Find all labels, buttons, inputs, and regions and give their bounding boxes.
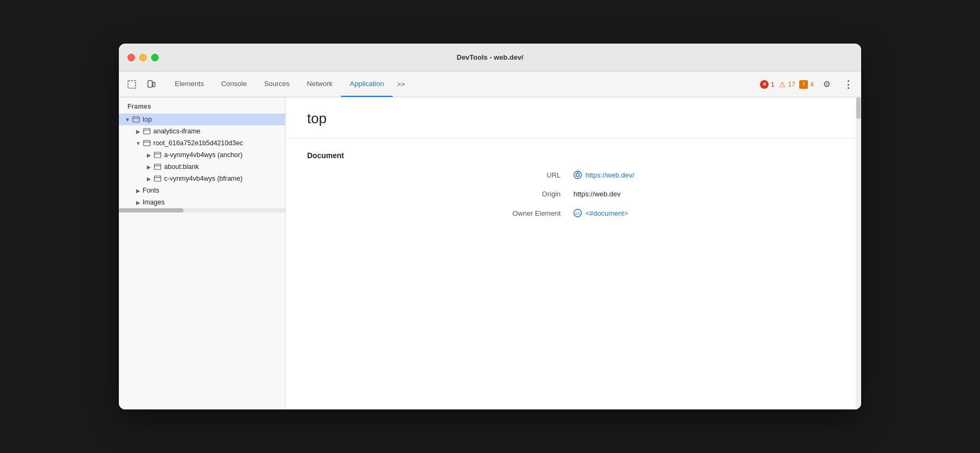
sidebar-item-blank[interactable]: ▶ about:blank bbox=[119, 161, 285, 173]
svg-rect-9 bbox=[154, 152, 161, 158]
device-toolbar-button[interactable] bbox=[143, 76, 160, 93]
frame-icon bbox=[153, 175, 162, 182]
sidebar-item-fonts-label: Fonts bbox=[143, 187, 285, 194]
cursor-icon bbox=[127, 80, 137, 89]
svg-text:<>: <> bbox=[575, 211, 580, 216]
code-circle-icon: <> bbox=[573, 209, 582, 217]
error-count: 1 bbox=[771, 81, 775, 88]
titlebar: DevTools - web.dev/ bbox=[119, 44, 861, 72]
url-link[interactable]: https://web.dev/ bbox=[585, 171, 634, 179]
sidebar-item-anchor-label: a-vynmy4vb4wys (anchor) bbox=[164, 151, 285, 159]
frame-icon bbox=[143, 128, 151, 135]
collapse-icon: ▼ bbox=[123, 115, 132, 124]
expand-icon: ▶ bbox=[145, 174, 153, 183]
sidebar-section-frames: Frames bbox=[119, 97, 285, 114]
svg-rect-2 bbox=[153, 82, 155, 87]
toolbar: Elements Console Sources Network Applica… bbox=[119, 72, 861, 97]
expand-icon: ▶ bbox=[145, 162, 153, 171]
content-scrollbar-thumb[interactable] bbox=[856, 97, 861, 119]
maximize-button[interactable] bbox=[151, 54, 159, 61]
info-count: 4 bbox=[810, 81, 814, 88]
url-circle-icon bbox=[573, 171, 582, 179]
sidebar-item-bframe[interactable]: ▶ c-vynmy4vb4wys (bframe) bbox=[119, 173, 285, 185]
frame-icon bbox=[153, 163, 162, 171]
origin-label: Origin bbox=[307, 190, 565, 198]
expand-icon: ▶ bbox=[134, 198, 143, 207]
error-icon: ✕ bbox=[760, 80, 769, 89]
info-icon: ! bbox=[799, 80, 808, 89]
minimize-button[interactable] bbox=[139, 54, 147, 61]
toolbar-right: ✕ 1 ⚠ 17 ! 4 ⚙ ⋮ bbox=[760, 76, 857, 93]
frame-icon bbox=[153, 151, 162, 159]
device-icon bbox=[146, 80, 156, 89]
tab-console[interactable]: Console bbox=[212, 72, 255, 97]
svg-rect-3 bbox=[133, 117, 139, 122]
content-scrollbar-track[interactable] bbox=[856, 97, 861, 409]
warning-badge[interactable]: ⚠ 17 bbox=[779, 80, 795, 89]
warning-icon: ⚠ bbox=[779, 80, 786, 89]
sidebar-item-top-label: top bbox=[143, 116, 285, 123]
sidebar-item-analytics-iframe[interactable]: ▶ analytics-iframe bbox=[119, 125, 285, 137]
sidebar-item-images[interactable]: ▶ Images bbox=[119, 196, 285, 208]
info-badge[interactable]: ! 4 bbox=[799, 80, 814, 89]
owner-element-label: Owner Element bbox=[307, 209, 565, 217]
sidebar-item-bframe-label: c-vynmy4vb4wys (bframe) bbox=[164, 175, 285, 182]
sidebar-item-blank-label: about:blank bbox=[164, 163, 285, 171]
main-content: Frames ▼ top ▶ bbox=[119, 97, 861, 409]
document-info-grid: URL https://web.dev/ Origin https://web.… bbox=[307, 171, 840, 217]
origin-text: https://web.dev bbox=[573, 190, 620, 198]
svg-rect-0 bbox=[128, 81, 136, 88]
svg-rect-13 bbox=[154, 176, 161, 181]
frame-icon bbox=[132, 116, 140, 123]
more-tabs-button[interactable]: >> bbox=[393, 76, 409, 93]
warning-count: 17 bbox=[788, 81, 795, 88]
window-title: DevTools - web.dev/ bbox=[457, 53, 523, 61]
url-value: https://web.dev/ bbox=[573, 171, 840, 179]
more-options-button[interactable]: ⋮ bbox=[840, 76, 857, 93]
toolbar-tabs: Elements Console Sources Network Applica… bbox=[166, 72, 409, 97]
sidebar-item-top[interactable]: ▼ top bbox=[119, 114, 285, 125]
sidebar-item-root-label: root_616a752e1b5d4210d3ec bbox=[153, 139, 285, 147]
expand-icon: ▶ bbox=[145, 151, 153, 159]
sidebar-item-analytics-label: analytics-iframe bbox=[153, 128, 285, 135]
owner-element-value: <> <#document> bbox=[573, 209, 840, 217]
settings-button[interactable]: ⚙ bbox=[818, 76, 835, 93]
sidebar-scrollbar-track[interactable] bbox=[119, 208, 285, 213]
collapse-icon: ▼ bbox=[134, 139, 143, 147]
sidebar-item-anchor[interactable]: ▶ a-vynmy4vb4wys (anchor) bbox=[119, 149, 285, 161]
origin-value: https://web.dev bbox=[573, 190, 840, 198]
devtools-window: DevTools - web.dev/ Elements Console Sou… bbox=[119, 44, 861, 409]
svg-rect-7 bbox=[144, 140, 150, 146]
content-panel: top Document URL https://web.dev/ bbox=[286, 97, 861, 409]
document-section-title: Document bbox=[307, 151, 840, 160]
sidebar-item-root[interactable]: ▼ root_616a752e1b5d4210d3ec bbox=[119, 137, 285, 149]
sidebar: Frames ▼ top ▶ bbox=[119, 97, 286, 409]
more-vertical-icon: ⋮ bbox=[843, 79, 853, 90]
tab-network[interactable]: Network bbox=[299, 72, 342, 97]
inspect-element-button[interactable] bbox=[123, 76, 140, 93]
frame-icon bbox=[143, 139, 151, 147]
svg-rect-1 bbox=[148, 81, 152, 87]
url-label: URL bbox=[307, 171, 565, 179]
content-title: top bbox=[286, 97, 861, 138]
sidebar-item-images-label: Images bbox=[143, 199, 285, 206]
svg-rect-5 bbox=[144, 129, 150, 134]
owner-element-link[interactable]: <#document> bbox=[585, 209, 628, 217]
expand-icon: ▶ bbox=[134, 127, 143, 136]
traffic-lights bbox=[127, 54, 159, 61]
svg-rect-11 bbox=[154, 164, 161, 169]
close-button[interactable] bbox=[127, 54, 135, 61]
tab-elements[interactable]: Elements bbox=[166, 72, 212, 97]
sidebar-scrollbar-thumb[interactable] bbox=[119, 208, 183, 213]
error-badge[interactable]: ✕ 1 bbox=[760, 80, 775, 89]
gear-icon: ⚙ bbox=[823, 79, 830, 89]
sidebar-item-fonts[interactable]: ▶ Fonts bbox=[119, 185, 285, 196]
expand-icon: ▶ bbox=[134, 186, 143, 195]
tab-application[interactable]: Application bbox=[341, 72, 393, 97]
document-section: Document URL https://web.dev/ Origin bbox=[286, 138, 861, 230]
tab-sources[interactable]: Sources bbox=[255, 72, 299, 97]
svg-point-16 bbox=[576, 173, 579, 176]
